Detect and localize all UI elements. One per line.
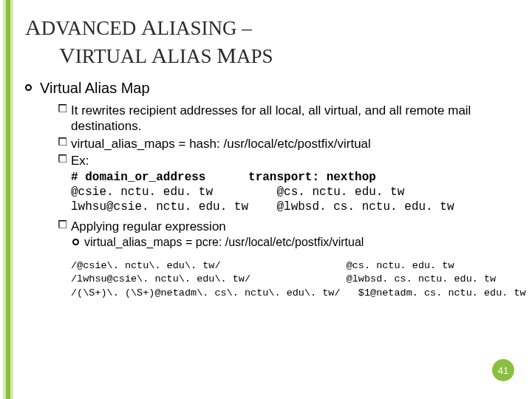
bullet-regex: Applying regular expression <box>58 219 513 234</box>
example-row: lwhsu@csie. nctu. edu. tw @lwbsd. cs. nc… <box>71 200 513 214</box>
title-rest: LIASING <box>157 17 237 39</box>
level-2-block: Applying regular expression <box>58 219 513 234</box>
page-number-badge: 41 <box>492 359 514 381</box>
bullet-maps-pcre: virtual_alias_maps = pcre: /usr/local/et… <box>71 236 513 249</box>
spacer <box>25 253 513 259</box>
title-dash: – <box>242 17 252 39</box>
bullet-rewrites: It rewrites recipient addresses for all … <box>58 103 513 134</box>
title-cap: A <box>25 15 41 39</box>
title-rest: DVANCED <box>41 17 137 39</box>
page-number: 41 <box>498 365 508 376</box>
decor-stripe-inner <box>6 0 10 399</box>
regex-row: /lwhsu@csie\. nctu\. edu\. tw/ @lwbsd. c… <box>71 273 513 286</box>
bullet-maps-hash: virtual_alias_maps = hash: /usr/local/et… <box>58 136 513 151</box>
example-header: # domain_or_address transport: nexthop <box>71 170 513 185</box>
slide: ADVANCED ALIASING – VIRTUAL ALIAS MAPS V… <box>0 0 532 399</box>
title-cap: V <box>59 43 75 67</box>
example-row: @csie. nctu. edu. tw @cs. nctu. edu. tw <box>71 185 513 200</box>
slide-title: ADVANCED ALIASING – VIRTUAL ALIAS MAPS <box>25 13 498 69</box>
regex-row: /@csie\. nctu\. edu\. tw/ @cs. nctu. edu… <box>71 259 513 273</box>
title-rest: IRTUAL <box>75 45 146 67</box>
title-rest: APS <box>236 45 273 67</box>
slide-body: Virtual Alias Map It rewrites recipient … <box>25 80 513 300</box>
regex-row: /(\S+)\. (\S+)@netadm\. cs\. nctu\. edu\… <box>71 287 513 300</box>
title-cap: A <box>151 43 168 67</box>
level-2-block: It rewrites recipient addresses for all … <box>58 103 513 168</box>
bullet-example: Ex: <box>58 153 513 168</box>
title-cap: M <box>216 43 236 67</box>
title-line-2: VIRTUAL ALIAS MAPS <box>25 41 498 69</box>
heading-level-1: Virtual Alias Map <box>25 80 513 97</box>
title-cap: A <box>141 15 157 39</box>
title-line-1: ADVANCED ALIASING – <box>25 13 498 41</box>
title-rest: LIAS <box>167 45 211 67</box>
